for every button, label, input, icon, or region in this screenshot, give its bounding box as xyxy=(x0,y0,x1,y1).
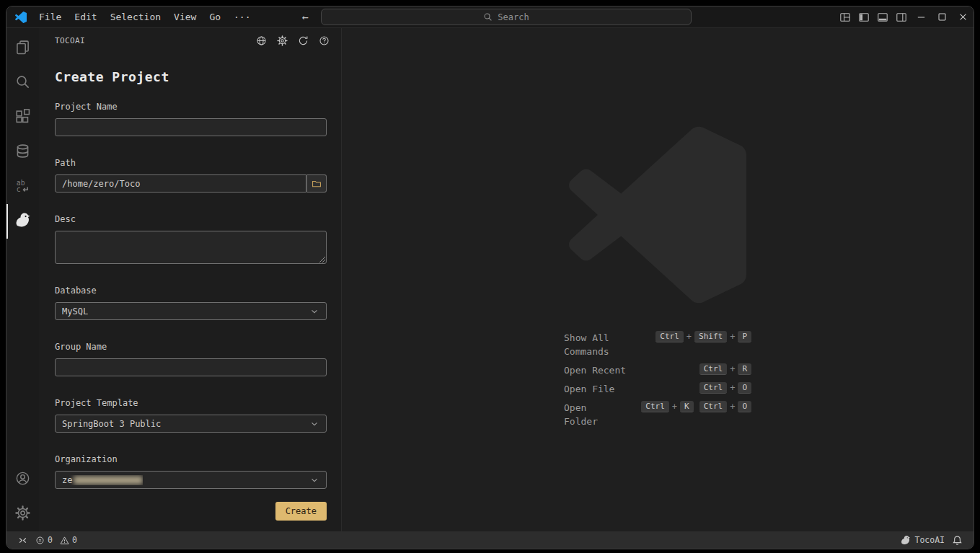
activity-abc-tool[interactable]: abc xyxy=(6,169,39,204)
toggle-secondary-sidebar-icon[interactable] xyxy=(892,6,911,28)
group-name-label: Group Name xyxy=(55,342,327,352)
desc-textarea[interactable] xyxy=(55,231,327,264)
status-bar: 0 0 TocoAI xyxy=(6,531,974,549)
help-icon[interactable] xyxy=(319,35,330,46)
kbd-key: O xyxy=(738,401,751,412)
database-icon xyxy=(15,143,30,162)
close-button[interactable] xyxy=(953,6,974,28)
project-name-label: Project Name xyxy=(55,102,327,112)
panel-title: TOCOAI xyxy=(55,36,85,45)
kbd-key: O xyxy=(738,382,751,394)
search-icon xyxy=(483,12,493,22)
project-name-input[interactable] xyxy=(55,118,327,136)
account-icon xyxy=(15,471,30,489)
kbd-key: P xyxy=(738,331,751,342)
folder-icon xyxy=(312,179,322,189)
kbd-key: K xyxy=(680,401,694,412)
workbench-body: abc TOCOAI xyxy=(6,28,974,531)
kbd-key: Ctrl xyxy=(699,401,728,412)
customize-layout-icon[interactable] xyxy=(836,6,855,28)
globe-icon[interactable] xyxy=(256,35,267,46)
chevron-down-icon xyxy=(309,419,319,429)
menu-file[interactable]: File xyxy=(32,11,68,23)
shortcut-row: Show All Commands Ctrl+Shift+P xyxy=(564,331,751,358)
remote-indicator[interactable] xyxy=(14,531,32,549)
maximize-button[interactable] xyxy=(932,6,953,28)
vscode-logo-icon xyxy=(15,12,27,23)
vscode-watermark-logo xyxy=(569,126,746,304)
activity-extensions[interactable] xyxy=(6,100,39,135)
shortcut-keys: Ctrl+R xyxy=(699,363,751,375)
activity-tocoai[interactable] xyxy=(6,204,39,239)
path-label: Path xyxy=(55,158,327,168)
organization-select[interactable]: ze xyxy=(55,471,327,489)
vscode-window: File Edit Selection View Go ··· ← → Sear… xyxy=(6,6,974,549)
database-select[interactable]: MySQL xyxy=(55,302,327,320)
notifications-bell[interactable] xyxy=(948,535,966,546)
tocoai-icon xyxy=(901,535,911,545)
database-value: MySQL xyxy=(62,306,88,317)
group-name-input[interactable] xyxy=(55,358,327,376)
search-icon xyxy=(15,74,30,92)
abc-icon: abc xyxy=(15,178,30,196)
create-button[interactable]: Create xyxy=(275,502,327,521)
project-template-label: Project Template xyxy=(55,398,327,408)
desc-label: Desc xyxy=(55,214,327,224)
minimize-button[interactable] xyxy=(911,6,932,28)
problems-indicator[interactable]: 0 0 xyxy=(32,535,85,545)
extensions-icon xyxy=(15,109,30,127)
settings-gear-icon[interactable] xyxy=(277,35,288,46)
activity-explorer[interactable] xyxy=(6,31,39,66)
create-project-form: Create Project Project Name Path xyxy=(39,53,341,532)
menu-go[interactable]: Go xyxy=(203,11,227,23)
chevron-down-icon xyxy=(309,306,319,317)
titlebar: File Edit Selection View Go ··· ← → Sear… xyxy=(6,6,974,28)
shortcut-keys: Ctrl+K Ctrl+O xyxy=(641,401,751,412)
error-count: 0 xyxy=(48,535,53,545)
shortcut-label: Open File xyxy=(564,382,678,396)
project-template-value: SpringBoot 3 Public xyxy=(62,419,161,429)
back-arrow-icon[interactable]: ← xyxy=(302,11,309,24)
organization-redacted-blur xyxy=(74,476,143,485)
desc-field: Desc xyxy=(55,214,327,264)
activity-database[interactable] xyxy=(6,135,39,169)
panel-actions xyxy=(256,35,330,46)
kbd-key: Ctrl xyxy=(699,382,728,394)
tocoai-status-item[interactable]: TocoAI xyxy=(897,535,948,545)
database-label: Database xyxy=(55,286,327,296)
error-icon xyxy=(35,536,45,545)
activity-account[interactable] xyxy=(6,462,39,497)
command-center-search[interactable]: Search xyxy=(321,9,692,25)
kbd-key: Ctrl xyxy=(641,401,669,412)
editor-area: Show All Commands Ctrl+Shift+P Open Rece… xyxy=(342,28,974,531)
shortcut-row: Open File Ctrl+O xyxy=(564,382,751,396)
warning-count: 0 xyxy=(72,535,77,545)
files-icon xyxy=(15,40,30,58)
warning-icon xyxy=(60,536,69,545)
menu-edit[interactable]: Edit xyxy=(68,11,103,23)
tocoai-icon xyxy=(15,212,31,231)
refresh-icon[interactable] xyxy=(298,35,309,46)
project-template-select[interactable]: SpringBoot 3 Public xyxy=(55,415,327,433)
sidebar-header: TOCOAI xyxy=(39,28,341,53)
browse-folder-button[interactable] xyxy=(306,174,327,193)
path-input[interactable] xyxy=(55,174,306,193)
kbd-key: Ctrl xyxy=(655,331,684,342)
toggle-sidebar-icon[interactable] xyxy=(855,6,873,28)
toggle-panel-icon[interactable] xyxy=(873,6,892,28)
shortcut-label: Show All Commands xyxy=(564,331,634,358)
titlebar-right-controls xyxy=(836,6,974,27)
extension-status-label: TocoAI xyxy=(914,535,945,545)
menu-more-icon[interactable]: ··· xyxy=(227,11,257,23)
page-title: Create Project xyxy=(55,69,327,84)
form-actions: Create xyxy=(55,502,327,532)
menu-view[interactable]: View xyxy=(167,11,203,23)
menu-selection[interactable]: Selection xyxy=(104,11,167,23)
path-field: Path xyxy=(55,158,327,193)
activity-settings[interactable] xyxy=(6,497,39,531)
shortcut-label: Open Recent xyxy=(564,363,678,377)
activity-search[interactable] xyxy=(6,66,39,100)
statusbar-right: TocoAI xyxy=(897,535,966,546)
activity-bar: abc xyxy=(6,28,39,531)
search-placeholder: Search xyxy=(498,12,529,22)
